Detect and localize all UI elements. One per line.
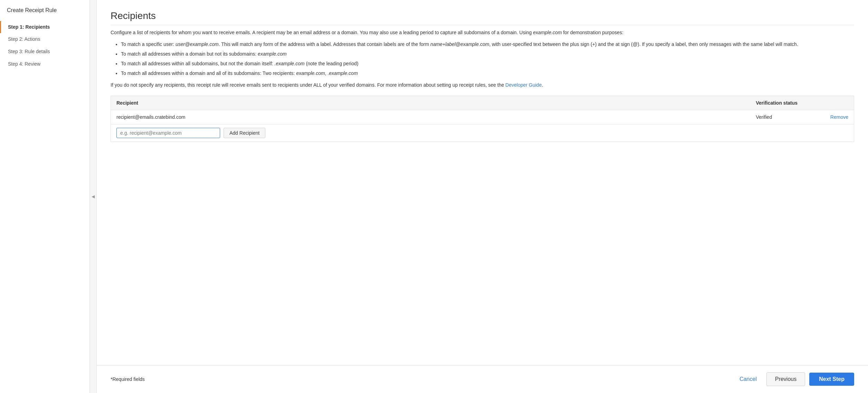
sidebar-item-step4[interactable]: Step 4: Review xyxy=(0,58,89,70)
col-recipient: Recipient xyxy=(111,96,751,110)
sidebar: Create Receipt Rule Step 1: Recipients S… xyxy=(0,0,90,393)
sidebar-item-step3[interactable]: Step 3: Rule details xyxy=(0,46,89,58)
cancel-button[interactable]: Cancel xyxy=(734,373,762,385)
bullet-item-4: To match all addresses within a domain a… xyxy=(121,69,854,78)
main-content: Recipients Configure a list of recipient… xyxy=(97,0,868,393)
bullet-list: To match a specific user: user@example.c… xyxy=(121,40,854,77)
recipient-input[interactable] xyxy=(116,128,220,138)
sidebar-collapse-button[interactable]: ◀ xyxy=(90,0,97,393)
bullet-item-3: To match all addresses within all subdom… xyxy=(121,60,854,68)
next-step-button[interactable]: Next Step xyxy=(809,373,854,386)
verification-status: Verified xyxy=(751,110,820,124)
recipients-table: Recipient Verification status recipient@… xyxy=(111,96,854,142)
description-intro: Configure a list of recipients for whom … xyxy=(111,29,854,36)
sidebar-nav: Step 1: Recipients Step 2: Actions Step … xyxy=(0,21,89,70)
sidebar-item-step1[interactable]: Step 1: Recipients xyxy=(0,21,89,33)
col-verification: Verification status xyxy=(751,96,820,110)
col-actions xyxy=(820,96,854,110)
remove-button[interactable]: Remove xyxy=(820,110,854,124)
developer-guide-link[interactable]: Developer Guide xyxy=(506,82,542,88)
required-fields-label: *Required fields xyxy=(111,376,145,382)
bullet-item-2: To match all addresses within a domain b… xyxy=(121,50,854,58)
sidebar-item-step2[interactable]: Step 2: Actions xyxy=(0,33,89,46)
add-recipient-button[interactable]: Add Recipient xyxy=(224,128,265,138)
add-recipient-row: Add Recipient xyxy=(111,124,854,142)
recipient-email: recipient@emails.cratebind.com xyxy=(111,110,751,124)
footer: *Required fields Cancel Previous Next St… xyxy=(97,365,868,393)
previous-button[interactable]: Previous xyxy=(766,372,805,386)
footer-buttons: Cancel Previous Next Step xyxy=(734,372,854,386)
table-header-row: Recipient Verification status xyxy=(111,96,854,110)
bullet-item-1: To match a specific user: user@example.c… xyxy=(121,40,854,49)
description-footer: If you do not specify any recipients, th… xyxy=(111,81,854,89)
content-area: Recipients Configure a list of recipient… xyxy=(97,0,868,365)
table-row: recipient@emails.cratebind.com Verified … xyxy=(111,110,854,124)
add-recipient-form: Add Recipient xyxy=(116,128,848,138)
page-title: Recipients xyxy=(111,10,854,25)
sidebar-title: Create Receipt Rule xyxy=(0,7,89,21)
